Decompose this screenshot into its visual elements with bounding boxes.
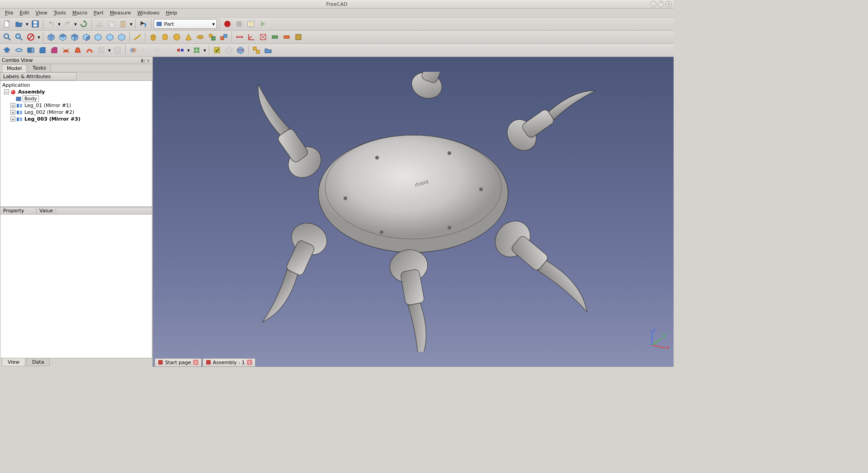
view-bottom-button[interactable] — [104, 32, 115, 42]
property-col[interactable]: Property — [0, 207, 37, 214]
close-tab-button[interactable]: × — [247, 360, 252, 365]
draw-style-dropdown[interactable]: ▾ — [37, 34, 41, 40]
measure-toggle-button[interactable] — [269, 32, 280, 42]
macro-list-button[interactable] — [245, 19, 256, 29]
doc-tab-start-label: Start page — [165, 360, 191, 365]
tree-root[interactable]: Application — [0, 82, 152, 89]
split-dropdown[interactable]: ▾ — [203, 47, 207, 53]
expand-icon[interactable]: + — [10, 103, 15, 108]
fillet-button[interactable] — [37, 45, 48, 56]
combo-view-header: Combo View ◧ × — [0, 57, 152, 64]
close-panel-button[interactable]: × — [146, 58, 151, 63]
tree-body[interactable]: Body — [0, 95, 152, 102]
close-tab-button[interactable]: × — [193, 360, 198, 365]
collapse-icon[interactable]: − — [4, 89, 9, 94]
tree-leg-2[interactable]: + Leg_002 (Mirror #2) — [0, 109, 152, 116]
tree-leg-3[interactable]: + Leg_003 (Mirror #3) — [0, 116, 152, 122]
zoom-selection-button[interactable] — [14, 32, 24, 42]
part-box-button[interactable] — [148, 32, 159, 42]
join-button[interactable] — [175, 45, 186, 56]
svg-point-77 — [479, 187, 483, 191]
tab-tasks[interactable]: Tasks — [28, 64, 51, 72]
boolean-button[interactable] — [128, 45, 139, 56]
part-sphere-button[interactable] — [171, 32, 182, 42]
separator — [125, 45, 126, 55]
view-right-button[interactable] — [81, 32, 92, 42]
view-rear-button[interactable] — [93, 32, 104, 42]
save-button[interactable] — [30, 19, 41, 29]
part-cone-button[interactable] — [183, 32, 194, 42]
revolve-button[interactable] — [14, 45, 24, 56]
measure-toggle3d-button[interactable] — [281, 32, 292, 42]
measure-distance-button[interactable] — [132, 32, 143, 42]
chamfer-button[interactable] — [49, 45, 60, 56]
whats-this-button[interactable]: ? — [138, 19, 149, 29]
measure-angular-button[interactable] — [246, 32, 257, 42]
menu-measure[interactable]: Measure — [107, 9, 134, 17]
part-torus-button[interactable] — [195, 32, 206, 42]
3d-viewport[interactable]: rhexa — [153, 57, 674, 367]
measure-clear-button[interactable] — [258, 32, 269, 42]
model-tree[interactable]: Application − Assembly Body + Leg_01 (Mi… — [0, 80, 152, 207]
property-body[interactable] — [0, 215, 152, 358]
menu-file[interactable]: File — [2, 9, 16, 17]
menu-edit[interactable]: Edit — [16, 9, 32, 17]
part-cylinder-button[interactable] — [160, 32, 170, 42]
open-file-button[interactable] — [14, 19, 24, 29]
expand-icon[interactable]: + — [10, 117, 15, 122]
toolbar-part: ▾ ▾ ▾ — [0, 44, 674, 57]
separator — [231, 32, 232, 42]
tab-data[interactable]: Data — [26, 358, 50, 366]
loft-button[interactable] — [72, 45, 83, 56]
join-dropdown[interactable]: ▾ — [187, 47, 190, 53]
workbench-selector[interactable]: Part ▾ — [154, 19, 217, 29]
part-builder-button[interactable] — [218, 32, 229, 42]
labels-attributes-header[interactable]: Labels & Attributes — [0, 72, 77, 80]
view-left-button[interactable] — [116, 32, 127, 42]
view-front-button[interactable] — [57, 32, 68, 42]
undock-button[interactable]: ◧ — [141, 58, 145, 63]
open-recent-dropdown[interactable]: ▾ — [25, 21, 29, 27]
tab-model[interactable]: Model — [2, 64, 27, 72]
tab-view[interactable]: View — [2, 358, 25, 366]
value-col[interactable]: Value — [37, 207, 56, 214]
menu-windows[interactable]: Windows — [134, 9, 163, 17]
menu-part[interactable]: Part — [90, 9, 107, 17]
expand-icon[interactable]: + — [10, 110, 15, 115]
body-label-editing[interactable]: Body — [23, 95, 39, 102]
menu-macro[interactable]: Macro — [69, 9, 90, 17]
draw-style-button[interactable] — [25, 32, 36, 42]
refresh-button[interactable] — [78, 19, 89, 29]
undo-button[interactable] — [46, 19, 57, 29]
redo-button[interactable] — [62, 19, 73, 29]
new-file-button[interactable] — [2, 19, 13, 29]
check-geometry-button[interactable] — [212, 45, 222, 56]
maximize-button[interactable]: ⌃ — [658, 1, 664, 7]
paste-dropdown[interactable]: ▾ — [129, 21, 133, 27]
extrude-button[interactable] — [2, 45, 13, 56]
import-button[interactable] — [263, 45, 274, 56]
part-primitives-button[interactable] — [207, 32, 217, 42]
split-button[interactable] — [191, 45, 202, 56]
doc-tab-assembly[interactable]: Assembly : 1 × — [203, 358, 255, 367]
zoom-fit-button[interactable] — [2, 32, 13, 42]
menu-view[interactable]: View — [33, 9, 51, 17]
close-button[interactable]: × — [665, 1, 672, 7]
tree-assembly[interactable]: − Assembly — [0, 89, 152, 95]
view-iso-button[interactable] — [46, 32, 57, 42]
tree-leg-1[interactable]: + Leg_01 (Mirror #1) — [0, 102, 152, 109]
minimize-button[interactable]: ⌄ — [650, 1, 656, 7]
view-top-button[interactable] — [69, 32, 80, 42]
measure-toggle-delta-button[interactable] — [293, 32, 304, 42]
macro-record-button[interactable] — [222, 19, 233, 29]
ruled-surface-button[interactable] — [61, 45, 71, 56]
measure-linear-button[interactable] — [234, 32, 245, 42]
svg-point-49 — [132, 48, 137, 52]
menu-tools[interactable]: Tools — [51, 9, 69, 17]
mirror-button[interactable] — [25, 45, 36, 56]
compound-button[interactable] — [251, 45, 262, 56]
doc-tab-start[interactable]: Start page × — [155, 358, 202, 367]
cross-sections-button[interactable] — [235, 45, 246, 56]
menu-help[interactable]: Help — [163, 9, 180, 17]
sweep-button[interactable] — [84, 45, 95, 56]
